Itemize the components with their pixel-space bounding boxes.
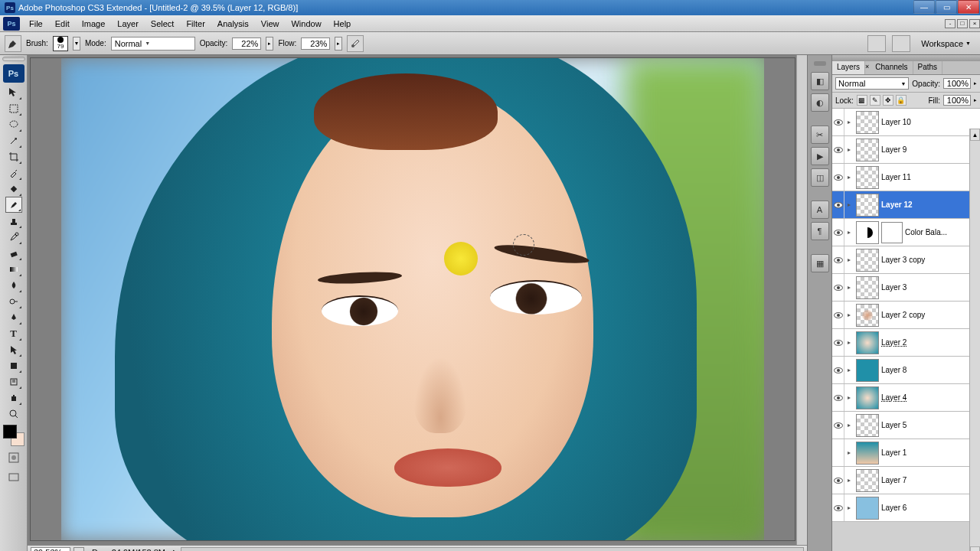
expand-icon[interactable]: ▸: [844, 229, 854, 236]
layer-name[interactable]: Layer 9: [881, 145, 906, 154]
zoom-tool[interactable]: [5, 406, 22, 422]
character-panel-button[interactable]: A: [811, 201, 829, 219]
expand-icon[interactable]: ▸: [844, 311, 854, 318]
type-tool[interactable]: T: [5, 325, 22, 341]
expand-icon[interactable]: ▸: [844, 394, 854, 401]
navigator-panel-button[interactable]: ◧: [811, 72, 829, 90]
layer-row[interactable]: ▸Layer 1: [832, 439, 980, 467]
layercomps-panel-button[interactable]: ▦: [811, 254, 829, 272]
gradient-tool[interactable]: [5, 261, 22, 277]
ps-badge-icon[interactable]: Ps: [3, 17, 20, 31]
layer-mask-thumbnail[interactable]: [881, 222, 903, 243]
dodge-tool[interactable]: [5, 293, 22, 309]
layer-row[interactable]: ▸Layer 9: [832, 136, 980, 164]
maximize-button[interactable]: ▭: [936, 0, 957, 14]
layer-row[interactable]: ▸Layer 12: [832, 191, 980, 219]
menu-help[interactable]: Help: [328, 17, 358, 31]
expand-icon[interactable]: ▸: [844, 119, 854, 126]
flow-arrow-icon[interactable]: ▸: [335, 37, 342, 51]
menu-filter[interactable]: Filter: [180, 17, 211, 31]
layer-name[interactable]: Layer 10: [881, 118, 911, 126]
visibility-toggle[interactable]: [832, 136, 844, 163]
document-window[interactable]: [31, 58, 795, 540]
eraser-tool[interactable]: [5, 245, 22, 261]
layer-row[interactable]: ▸Layer 3: [832, 274, 980, 302]
opacity-flyout-icon[interactable]: ▸: [974, 80, 977, 86]
layer-thumbnail[interactable]: [856, 469, 879, 492]
layer-thumbnail[interactable]: [856, 249, 879, 272]
layer-fill-input[interactable]: 100%: [943, 95, 971, 106]
screenmode-button[interactable]: [5, 469, 22, 486]
expand-icon[interactable]: ▸: [844, 256, 854, 263]
layer-thumbnail[interactable]: [856, 221, 879, 244]
menu-view[interactable]: View: [255, 17, 286, 31]
layer-row[interactable]: ▸Layer 2: [832, 329, 980, 357]
menu-window[interactable]: Window: [285, 17, 327, 31]
toolbox-grip[interactable]: [2, 57, 25, 61]
visibility-toggle[interactable]: [832, 191, 844, 218]
doc-restore-button[interactable]: □: [957, 19, 968, 28]
layer-row[interactable]: ▸Layer 8: [832, 357, 980, 384]
visibility-toggle[interactable]: [832, 384, 844, 411]
fill-flyout-icon[interactable]: ▸: [974, 97, 977, 103]
toolbar-button-1[interactable]: [867, 35, 886, 52]
expand-icon[interactable]: ▸: [844, 367, 854, 373]
layer-thumbnail[interactable]: [856, 276, 879, 299]
blur-tool[interactable]: [5, 277, 22, 293]
brush-dropdown-icon[interactable]: ▼: [73, 37, 80, 51]
lock-pixels-button[interactable]: ✎: [870, 95, 880, 106]
paragraph-panel-button[interactable]: ¶: [811, 222, 829, 240]
color-panel-button[interactable]: ◐: [811, 93, 829, 112]
canvas[interactable]: [61, 58, 764, 540]
layer-thumbnail[interactable]: [856, 331, 879, 354]
expand-icon[interactable]: ▸: [844, 174, 854, 181]
hand-tool[interactable]: [5, 390, 22, 406]
move-tool[interactable]: [5, 84, 22, 100]
expand-icon[interactable]: ▸: [844, 449, 854, 456]
layer-thumbnail[interactable]: [856, 497, 879, 520]
visibility-toggle[interactable]: [832, 467, 844, 494]
visibility-toggle[interactable]: [832, 246, 844, 273]
notes-tool[interactable]: [5, 373, 22, 390]
opacity-input[interactable]: 22%: [232, 37, 261, 50]
fg-color-swatch[interactable]: [3, 425, 17, 439]
layers-grip[interactable]: [832, 55, 980, 61]
blend-mode-dropdown[interactable]: Normal ▼: [111, 37, 195, 51]
visibility-toggle[interactable]: [832, 439, 844, 466]
flow-input[interactable]: 23%: [301, 37, 330, 50]
layer-name[interactable]: Layer 8: [881, 366, 906, 374]
heal-tool[interactable]: [5, 181, 22, 197]
visibility-toggle[interactable]: [832, 494, 844, 521]
layer-opacity-input[interactable]: 100%: [943, 78, 971, 89]
quickmask-button[interactable]: [5, 449, 22, 466]
lock-transparency-button[interactable]: ▩: [857, 95, 867, 106]
visibility-toggle[interactable]: [832, 357, 844, 383]
layer-name[interactable]: Layer 5: [881, 421, 906, 429]
expand-icon[interactable]: ▸: [844, 201, 854, 208]
layer-row[interactable]: ▸Layer 10: [832, 109, 980, 136]
workspace-dropdown[interactable]: Workspace ▼: [916, 37, 975, 51]
marquee-tool[interactable]: [5, 100, 22, 116]
layer-thumbnail[interactable]: [856, 139, 879, 161]
doc-minimize-button[interactable]: -: [945, 19, 956, 28]
layer-name[interactable]: Layer 2: [881, 338, 906, 347]
layer-name[interactable]: Color Bala...: [905, 228, 947, 236]
toolbar-button-2[interactable]: [892, 35, 910, 52]
layer-row[interactable]: ▸Layer 4: [832, 384, 980, 412]
layer-list[interactable]: ▸Layer 10▸Layer 9▸Layer 11▸Layer 12▸Colo…: [832, 109, 980, 522]
layer-thumbnail[interactable]: [856, 359, 879, 382]
opacity-arrow-icon[interactable]: ▸: [266, 37, 273, 51]
layer-name[interactable]: Layer 1: [881, 448, 906, 457]
layer-name[interactable]: Layer 6: [881, 504, 906, 512]
tab-paths[interactable]: Paths: [913, 61, 943, 74]
layer-name[interactable]: Layer 3 copy: [881, 256, 925, 264]
menu-edit[interactable]: Edit: [49, 17, 76, 31]
menu-select[interactable]: Select: [145, 17, 181, 31]
crop-tool[interactable]: [5, 148, 22, 165]
layer-row[interactable]: ▸Layer 6: [832, 494, 980, 522]
layer-row[interactable]: ▸Layer 11: [832, 164, 980, 191]
layer-thumbnail[interactable]: [856, 414, 879, 437]
doc-close-button[interactable]: ×: [969, 19, 980, 28]
tool-presets-button[interactable]: ◫: [811, 168, 829, 187]
visibility-toggle[interactable]: [832, 219, 844, 246]
